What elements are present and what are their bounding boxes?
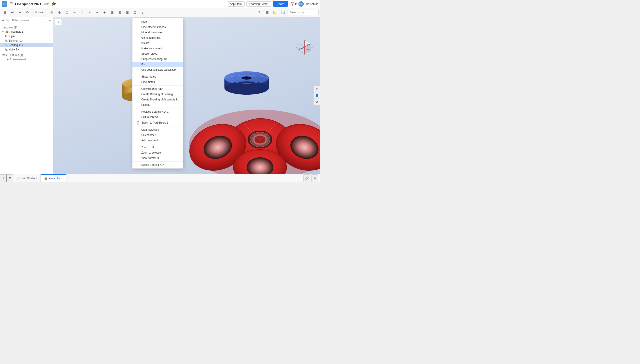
tool-11[interactable]: ⊠ xyxy=(124,9,131,16)
spinner-part-icon: 🔩 xyxy=(4,39,8,42)
tool-5[interactable]: ⤢ xyxy=(78,9,86,16)
ctx-isolate[interactable]: Isolate... xyxy=(132,40,183,46)
tool-1[interactable]: ◎ xyxy=(48,9,55,16)
ctx-hide-all[interactable]: Hide all instances xyxy=(132,30,183,35)
ctx-delete-bearing[interactable]: Delete Bearing <1> xyxy=(132,162,183,168)
tab-part-studio-1[interactable]: 📄 Part Studio 1 xyxy=(13,174,41,182)
doc-ctrl-list[interactable]: ≡ xyxy=(55,19,62,25)
tool-10[interactable]: ⊟ xyxy=(116,9,123,16)
filter-input[interactable] xyxy=(11,18,47,23)
user-menu[interactable]: EK Eric Kontos xyxy=(298,1,318,7)
ctx-tessellation[interactable]: Use best available tessellation xyxy=(132,67,183,72)
ctx-add-comment[interactable]: Add comment xyxy=(132,138,183,143)
bottom-right-btn-2[interactable]: ≡ xyxy=(312,174,318,182)
tool-4[interactable]: ↔ xyxy=(71,9,78,16)
hamburger-icon[interactable]: ☰ xyxy=(8,1,14,7)
ctx-switch-part-studio[interactable]: 📋 Switch to Part Studio 1 xyxy=(132,120,183,126)
toolbar-separator-1 xyxy=(32,10,32,15)
ctx-hide-mates-label: Hide mates xyxy=(141,80,155,84)
tool-12[interactable]: ⊡ xyxy=(131,9,138,16)
graduate-icon: 🎓 xyxy=(52,2,56,6)
tool-undo[interactable]: ↩ xyxy=(9,9,16,16)
ctx-suppress-label: Suppress Bearing <1> xyxy=(141,58,168,61)
view-btn-2[interactable]: 🖥 xyxy=(264,9,271,16)
hub-label: Hub <1> xyxy=(9,48,19,51)
tree-item-hub[interactable]: 🔩 Hub <1> xyxy=(0,47,53,52)
right-panel-btn-1[interactable]: ≡ xyxy=(314,86,320,92)
tab-partstudio-label: Part Studio 1 xyxy=(22,177,37,180)
tree-item-spinner[interactable]: 🔩 Spinner <1> xyxy=(0,38,53,43)
tab-assembly-label: Assembly 1 xyxy=(49,177,63,180)
ctx-create-drawing-bearing[interactable]: Create Drawing of Bearing... xyxy=(132,92,183,97)
ctx-clear-selection[interactable]: Clear selection xyxy=(132,127,183,132)
ctx-show-mates[interactable]: Show mates xyxy=(132,74,183,79)
ctx-copy-bearing[interactable]: Copy Bearing <1> xyxy=(132,86,183,92)
tree-item-assembly1[interactable]: ▼ 📦 Assembly 1 xyxy=(0,30,53,34)
ctx-go-to-item[interactable]: Go to item in list xyxy=(132,35,183,40)
tool-7[interactable]: ✦ xyxy=(94,9,101,16)
ctx-hide[interactable]: Hide xyxy=(132,19,183,24)
view-btn-1[interactable]: 👁 xyxy=(256,9,263,16)
ctx-zoom-fit[interactable]: Zoom to fit xyxy=(132,145,183,150)
settings-button[interactable]: ⚙ xyxy=(7,174,13,182)
bearing-part-icon: 🔩 xyxy=(4,44,8,47)
ctx-view-normal[interactable]: View normal to xyxy=(132,155,183,161)
tab-assembly-1[interactable]: 📦 Assembly 1 xyxy=(41,174,66,182)
sidebar-tool-select[interactable]: ⊕ xyxy=(1,18,5,23)
tool-14[interactable]: ↕ xyxy=(146,9,154,16)
learning-center-button[interactable]: Learning Center xyxy=(246,1,271,7)
ctx-select-other[interactable]: Select other... xyxy=(132,132,183,138)
ctx-fix[interactable]: Fix xyxy=(132,62,183,67)
tool-grid[interactable]: ⊞ xyxy=(1,9,8,16)
ctx-hide-mates[interactable]: Hide mates xyxy=(132,79,183,85)
mate-features-label: Mate Features (1) xyxy=(0,53,53,57)
ctx-create-drawing-assembly[interactable]: Create Drawing of Assembly 1... xyxy=(132,97,183,102)
bottom-right-btn-1[interactable]: 🔗 xyxy=(304,174,310,182)
ctx-make-transparent[interactable]: Make transparent... xyxy=(132,46,183,51)
tool-insert[interactable]: ✎ Insert xyxy=(34,9,46,16)
revolute-icon: ↻ xyxy=(10,58,12,61)
hub-3d-object xyxy=(222,68,271,98)
search-tools-input[interactable] xyxy=(288,10,319,15)
view-btn-4[interactable]: 📊 xyxy=(280,9,287,16)
tool-13[interactable]: ⊌ xyxy=(139,9,146,16)
tool-3[interactable]: ⊙ xyxy=(63,9,70,16)
svg-text:Right: Right xyxy=(306,48,310,50)
ctx-replace-bearing[interactable]: Replace Bearing <1>... xyxy=(132,109,183,114)
ctx-switch-icon: 📋 xyxy=(136,121,140,124)
avatar: EK xyxy=(298,1,304,7)
ctx-hide-other[interactable]: Hide other instances xyxy=(132,24,183,30)
tool-redo[interactable]: ↪ xyxy=(16,9,24,16)
logo[interactable]: O xyxy=(2,1,7,7)
ctx-section-view[interactable]: Section view... xyxy=(132,51,183,56)
ctx-zoom-sel-label: Zoom to selection xyxy=(141,151,162,154)
ctx-export[interactable]: Export... xyxy=(132,102,183,108)
ctx-sep-2 xyxy=(132,85,183,86)
add-tab-button[interactable]: + xyxy=(0,174,7,182)
tool-refresh[interactable]: ⟳ xyxy=(24,9,31,16)
appstore-button[interactable]: App Store xyxy=(227,1,245,7)
share-button[interactable]: Share xyxy=(273,1,288,7)
view-btn-3[interactable]: 📐 xyxy=(272,9,279,16)
tab-assembly-icon: 📦 xyxy=(44,177,48,180)
assembly1-label: Assembly 1 xyxy=(10,30,23,33)
tool-9[interactable]: ⊞ xyxy=(109,9,116,16)
canvas-area[interactable]: ≡ xyxy=(53,17,320,174)
tool-2[interactable]: ⊕ xyxy=(56,9,63,16)
ctx-zoom-selection[interactable]: Zoom to selection xyxy=(132,150,183,155)
sidebar-tool-filter[interactable]: 🔍 xyxy=(6,18,10,23)
tool-6[interactable]: ⤡ xyxy=(86,9,93,16)
main-layout: ⊕ 🔍 ≡ Instances (3) ▼ 📦 Assembly 1 ⊕ Ori… xyxy=(0,17,320,174)
sidebar-list-view[interactable]: ≡ xyxy=(48,18,52,23)
tree-item-origin[interactable]: ⊕ Origin xyxy=(0,34,53,38)
help-icon[interactable]: ❓▾ xyxy=(290,2,297,6)
right-panel-btn-3[interactable]: ⚙ xyxy=(314,99,320,105)
tree-item-bearing[interactable]: 🔩 Bearing <1> xyxy=(0,43,53,47)
bottom-bar: + ⚙ 📄 Part Studio 1 📦 Assembly 1 🔗 ≡ xyxy=(0,174,320,182)
tree-item-revolute1[interactable]: ▶ ↻ Revolute 1 xyxy=(0,57,53,62)
ctx-suppress[interactable]: Suppress Bearing <1> xyxy=(132,56,183,62)
orientation-cube[interactable]: Top Front Right Z xyxy=(296,39,313,57)
tool-8[interactable]: ◈ xyxy=(101,9,108,16)
ctx-edit-context[interactable]: Edit in context xyxy=(132,114,183,120)
right-panel-btn-2[interactable]: 👤 xyxy=(314,92,320,99)
